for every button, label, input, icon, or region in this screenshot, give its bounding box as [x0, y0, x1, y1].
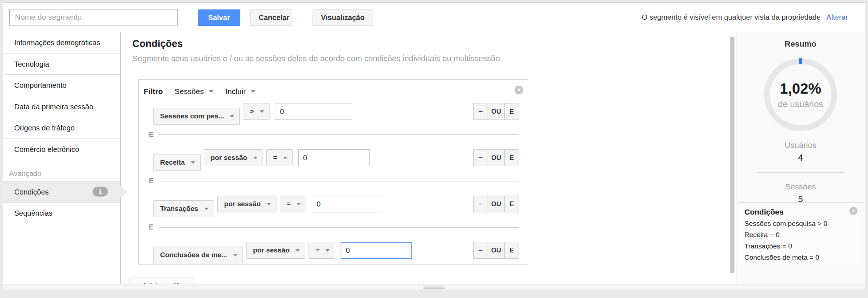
scope-dropdown[interactable]: por sessão [217, 196, 276, 212]
summary-divider [757, 172, 844, 173]
sidebar-item-1[interactable]: Informações demográficas [3, 32, 120, 54]
sidebar-item-label: Condições [14, 188, 49, 196]
condition-value-input[interactable] [275, 103, 352, 120]
users-metric: Usuários 4 [736, 141, 865, 163]
users-label: Usuários [736, 141, 865, 150]
panel-resize-handle[interactable] [3, 285, 865, 290]
condition-value-input[interactable] [341, 242, 412, 259]
change-visibility-link[interactable]: Alterar [826, 13, 848, 21]
connector-label: E [149, 130, 154, 139]
segment-toolbar: Salvar Cancelar Visualização O segmento … [3, 3, 865, 32]
metric-dropdown[interactable]: Receita [153, 154, 201, 171]
condition-summary-line: Receita = 0 [744, 231, 857, 239]
operator-dropdown[interactable]: = [280, 196, 306, 212]
and-connector: E [153, 166, 519, 196]
remove-conditions-icon[interactable]: ✕ [849, 207, 857, 215]
visibility-note-area: O segmento é visível em qualquer vista d… [642, 3, 848, 32]
and-button[interactable]: E [504, 149, 519, 166]
filter-count-badge: 1 [93, 187, 108, 197]
summary-title: Resumo [736, 39, 865, 49]
sidebar-item-3[interactable]: Comportamento [3, 75, 120, 96]
conditions-main: Condições Segmente seus usuários e / ou … [121, 32, 729, 284]
sidebar: Informações demográficasTecnologiaCompor… [3, 32, 121, 284]
or-button[interactable]: OU [488, 196, 505, 212]
or-button[interactable]: OU [488, 103, 505, 120]
remove-filter-icon[interactable]: ✕ [515, 86, 523, 94]
filter-condition-row: Transações por sessão = − OU E [153, 196, 519, 212]
filter-condition-row: Conclusões de me... por sessão = − OU E [153, 242, 519, 259]
users-donut-chart: 1,02% de usuários [764, 58, 837, 131]
filter-condition-row: Sessões com pes... > − OU E [153, 103, 519, 120]
operator-dropdown[interactable]: > [243, 103, 270, 120]
filter-mode-dropdown[interactable]: Incluir [225, 87, 256, 96]
sidebar-item-label: Sequências [14, 209, 53, 217]
chevron-down-icon [325, 249, 330, 252]
filter-scope-dropdown[interactable]: Sessões [175, 87, 214, 96]
chevron-down-icon [260, 110, 264, 113]
condition-summary-line: Transações = 0 [744, 242, 857, 250]
vertical-scrollbar-thumb[interactable] [730, 37, 735, 273]
add-filter-button[interactable]: + Adicionar filtro [129, 278, 194, 284]
sidebar-item-sequências[interactable]: Sequências [3, 202, 120, 223]
sidebar-item-6[interactable]: Comércio eletrônico [3, 139, 120, 160]
conditions-summary-card: Condições ✕ Sessões com pesquisa > 0Rece… [738, 202, 863, 264]
condition-summary-line: Conclusões de meta = 0 [744, 254, 857, 262]
remove-condition-button[interactable]: − [473, 103, 488, 120]
filter-condition-row: Receita por sessão = − OU E [153, 149, 519, 166]
users-percent-value: 1,02% [770, 81, 831, 97]
sidebar-item-2[interactable]: Tecnologia [3, 54, 120, 75]
metric-dropdown[interactable]: Conclusões de me... [153, 247, 243, 263]
drag-grip-icon [423, 286, 445, 289]
connector-line [159, 134, 519, 135]
chevron-down-icon [297, 203, 301, 205]
filter-label: Filtro [144, 87, 163, 96]
sidebar-item-5[interactable]: Origens de tráfego [3, 117, 120, 139]
donut-center: 1,02% de usuários [770, 64, 831, 125]
page-title: Condições [132, 38, 729, 50]
chevron-down-icon [233, 254, 237, 256]
chevron-down-icon [295, 249, 300, 252]
connector-line [159, 227, 519, 228]
chevron-down-icon [251, 90, 256, 93]
metric-dropdown[interactable]: Transações [153, 200, 214, 217]
preview-button[interactable]: Visualização [313, 9, 373, 26]
connector-label: E [149, 223, 154, 231]
conditions-summary-title: Condições [744, 208, 783, 216]
vertical-scrollbar-track[interactable] [729, 32, 736, 284]
scope-dropdown[interactable]: por sessão [246, 242, 305, 259]
chevron-down-icon [283, 157, 287, 159]
chevron-down-icon [191, 161, 195, 164]
and-button[interactable]: E [504, 242, 519, 259]
remove-condition-button[interactable]: − [473, 196, 488, 212]
chevron-down-icon [267, 203, 271, 205]
or-button[interactable]: OU [488, 242, 505, 259]
users-percent-caption: de usuários [770, 99, 831, 109]
segment-name-input[interactable] [9, 9, 178, 26]
sessions-label: Sessões [736, 182, 865, 192]
or-button[interactable]: OU [488, 149, 505, 166]
chevron-down-icon [209, 90, 214, 93]
chevron-down-icon [230, 115, 234, 118]
remove-condition-button[interactable]: − [473, 242, 488, 259]
condition-summary-line: Sessões com pesquisa > 0 [744, 220, 857, 228]
metric-dropdown[interactable]: Sessões com pes... [153, 108, 240, 125]
scope-dropdown[interactable]: por sessão [204, 149, 263, 166]
filter-scope-value: Sessões [175, 87, 204, 96]
sidebar-item-4[interactable]: Data da primeira sessão [3, 96, 120, 118]
filter-header: Filtro Sessões Incluir ✕ [139, 80, 528, 98]
remove-condition-button[interactable]: − [473, 149, 488, 166]
operator-dropdown[interactable]: = [309, 242, 335, 259]
and-button[interactable]: E [504, 103, 519, 120]
chevron-down-icon [204, 208, 209, 210]
operator-dropdown[interactable]: = [266, 149, 293, 166]
condition-value-input[interactable] [298, 149, 370, 166]
sidebar-item-condições[interactable]: Condições1 [3, 181, 120, 202]
save-button[interactable]: Salvar [198, 9, 240, 26]
connector-line [159, 181, 519, 181]
and-button[interactable]: E [504, 196, 519, 212]
condition-value-input[interactable] [312, 196, 383, 212]
chevron-down-icon [253, 157, 257, 159]
cancel-button[interactable]: Cancelar [250, 9, 292, 26]
filter-card: Filtro Sessões Incluir ✕ Sessões com pes… [138, 79, 528, 265]
advanced-section-label: Avançado [3, 166, 120, 181]
